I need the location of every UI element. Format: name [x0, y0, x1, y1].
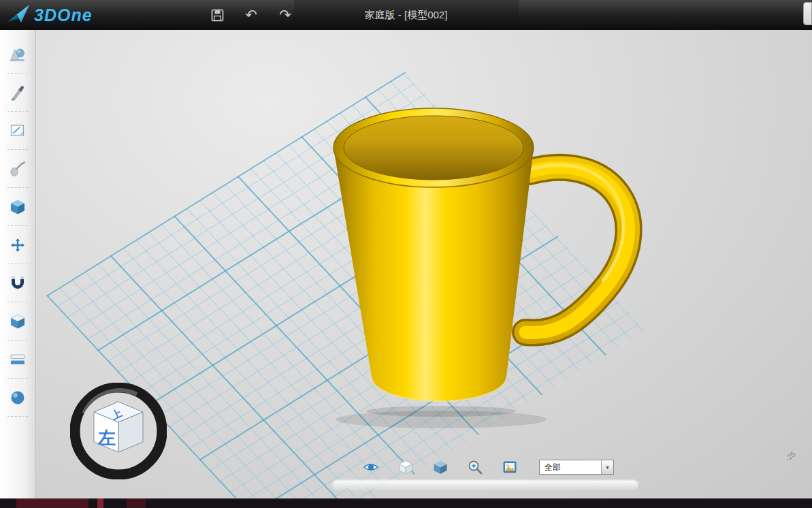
feature-cube-icon: [9, 198, 27, 216]
magnifier-icon: [467, 459, 483, 475]
material-sphere-icon: [9, 389, 27, 407]
magnet-constraint-icon: [9, 274, 27, 292]
display-filter-value: 全部: [540, 462, 601, 473]
collapsed-panel-handle[interactable]: [803, 2, 812, 25]
solid-cube-button[interactable]: [432, 459, 449, 475]
shaded-cube-button[interactable]: [397, 459, 414, 475]
zoom-button[interactable]: [467, 459, 483, 475]
tool-primitive-shapes[interactable]: [0, 35, 35, 74]
tool-sketch-plane[interactable]: [0, 112, 35, 150]
viewport[interactable]: 左 上: [36, 30, 812, 498]
bottom-strip[interactable]: [0, 498, 812, 508]
strip-segment: [127, 498, 146, 508]
logo-icon: [7, 3, 30, 27]
redo-button[interactable]: ↷: [276, 5, 295, 25]
dropdown-arrow-button[interactable]: ▼: [601, 460, 613, 474]
primitive-shapes-icon: [9, 46, 27, 63]
undo-icon: ↶: [245, 7, 257, 23]
display-filter-dropdown[interactable]: 全部 ▼: [539, 460, 614, 475]
viewcube-cube[interactable]: 左 上: [94, 402, 143, 452]
viewcube-face-left-label: 左: [97, 428, 116, 448]
undo-button[interactable]: ↶: [242, 5, 261, 25]
titlebar-actions: ↶ ↷: [208, 0, 295, 30]
tool-magnet-constraint[interactable]: [0, 264, 35, 302]
redo-icon: ↷: [279, 7, 291, 23]
sidebar-toolbar: [0, 30, 36, 498]
tool-curve-edit[interactable]: [0, 150, 35, 188]
sketch-plane-icon: [9, 122, 27, 140]
save-icon: [211, 9, 224, 22]
visibility-eye-button[interactable]: [363, 459, 379, 475]
section-slabs-icon: [9, 351, 27, 368]
mug-interior: [344, 116, 523, 180]
strip-segment: [97, 498, 103, 508]
tool-move-transform[interactable]: [0, 226, 35, 264]
titlebar: 3DOne ↶ ↷ 家庭版 - [模型002]: [0, 0, 812, 30]
tool-sketch-brush[interactable]: [0, 74, 35, 112]
tool-surface-cube[interactable]: [0, 302, 35, 340]
app-logo: 3DOne: [7, 3, 93, 27]
save-button[interactable]: [208, 5, 227, 25]
view-toolbar: 全部 ▼: [363, 459, 614, 475]
sketch-brush-icon: [9, 84, 27, 101]
shaded-cube-icon: [397, 459, 414, 475]
mug-handle: [525, 165, 629, 332]
app-name: 3DOne: [34, 5, 93, 25]
tool-material-sphere[interactable]: [0, 379, 35, 417]
viewport-image-button[interactable]: [502, 459, 518, 475]
document-title: 家庭版 - [模型002]: [365, 0, 448, 30]
solid-cube-icon: [432, 459, 449, 475]
viewcube-widget[interactable]: 左 上: [70, 383, 167, 479]
strip-segment: [16, 498, 88, 508]
eye-icon: [363, 459, 379, 475]
move-transform-icon: [9, 236, 27, 254]
app-window: 3DOne ↶ ↷ 家庭版 - [模型002]: [0, 0, 812, 508]
viewport-image-icon: [502, 459, 518, 475]
surface-cube-icon: [9, 313, 27, 330]
curve-edit-icon: [9, 160, 27, 178]
ground-reflection: [332, 480, 638, 490]
tool-section-slabs[interactable]: [0, 340, 35, 379]
tool-feature-cube[interactable]: [0, 188, 35, 226]
chevron-down-icon: ▼: [605, 465, 610, 470]
